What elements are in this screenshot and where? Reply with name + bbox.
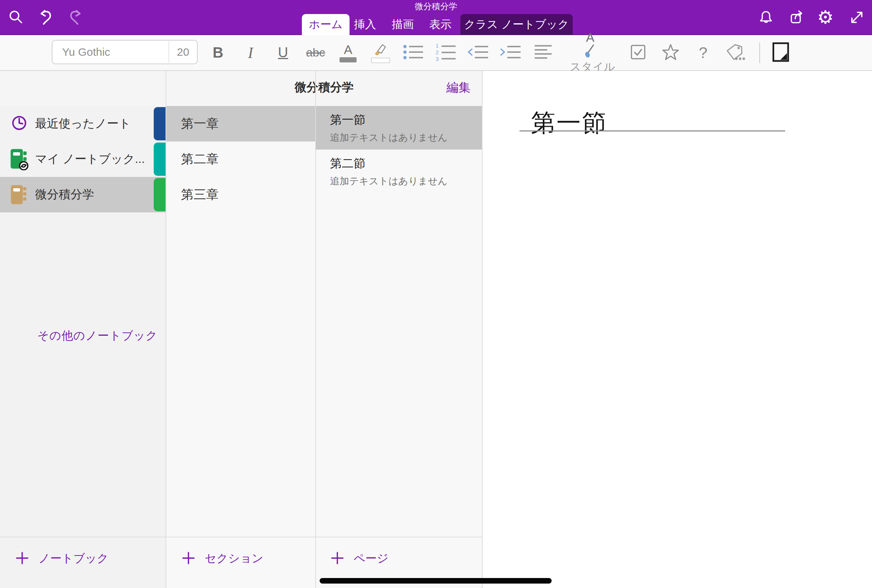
page-view-button[interactable]	[770, 39, 791, 66]
divider-sections-pages	[315, 71, 316, 588]
tab-home[interactable]: ホーム	[302, 14, 350, 35]
tab-class-notebook[interactable]: クラス ノートブック	[461, 14, 573, 35]
notebook-color-tab-blue	[154, 107, 166, 140]
indent-icon	[500, 44, 521, 62]
section-item-chapter-2[interactable]: 第二章	[166, 141, 315, 177]
format-buttons: B I U abc A 123	[208, 35, 803, 70]
todo-tag-button[interactable]	[628, 39, 648, 66]
add-page-label: ページ	[354, 551, 388, 566]
svg-text:2: 2	[436, 49, 438, 56]
clock-icon	[10, 113, 29, 134]
sidebar-item-my-notebook[interactable]: マイ ノートブック...	[0, 141, 166, 177]
italic-icon: I	[248, 44, 253, 62]
share-button[interactable]	[788, 8, 807, 27]
tag-ellipsis-icon	[726, 43, 745, 62]
page-item-section-1[interactable]: 第一節 追加テキストはありません	[316, 106, 482, 150]
font-color-icon: A	[344, 43, 353, 56]
section-item-chapter-1[interactable]: 第一章	[166, 106, 315, 141]
add-section-label: セクション	[205, 551, 263, 566]
divider-sidebar-sections	[165, 71, 166, 588]
outdent-button[interactable]	[468, 39, 488, 66]
sidebar-item-label: マイ ノートブック...	[35, 151, 145, 167]
page-corner-icon	[772, 42, 789, 63]
checkbox-icon	[630, 44, 646, 61]
add-notebook-label: ノートブック	[38, 551, 109, 566]
underline-button[interactable]: U	[273, 39, 293, 66]
font-size-value[interactable]: 20	[168, 41, 197, 63]
note-canvas[interactable]: 第一節	[483, 71, 872, 588]
important-tag-button[interactable]	[660, 39, 681, 66]
sidebar-item-label: 微分積分学	[35, 186, 94, 203]
notebooks-sidebar: 最近使ったノート マイ ノートブック... 微分積分学 その他のノートブック	[0, 106, 166, 588]
highlighter-icon	[372, 42, 389, 57]
section-label: 第一章	[166, 115, 219, 132]
tab-class-notebook-label: クラス ノートブック	[464, 17, 569, 32]
expand-icon	[848, 9, 865, 26]
add-page-button[interactable]: ページ	[329, 550, 390, 567]
sidebar-item-label: 最近使ったノート	[35, 116, 131, 132]
numbered-list-button[interactable]: 123	[435, 39, 456, 66]
title-underline	[519, 130, 785, 132]
tab-draw-label: 描画	[392, 17, 414, 32]
alignment-button[interactable]	[533, 39, 554, 66]
expand-button[interactable]	[848, 8, 866, 27]
home-indicator-bar[interactable]	[320, 578, 552, 584]
font-color-swatch	[339, 57, 357, 62]
notifications-button[interactable]	[757, 8, 775, 27]
font-color-button[interactable]: A	[338, 39, 359, 66]
sidebar-item-recent-notes[interactable]: 最近使ったノート	[0, 106, 166, 141]
alignment-icon	[534, 44, 552, 61]
document-title: 微分積分学	[0, 1, 872, 12]
top-app-bar: 微分積分学 ホーム 挿入 描画 表示 クラス ノートブック	[0, 0, 872, 35]
sidebar-item-calculus-notebook[interactable]: 微分積分学	[0, 177, 166, 212]
section-label: 第二章	[166, 151, 219, 168]
font-name-value[interactable]: Yu Gothic	[53, 46, 168, 58]
strikethrough-icon: abc	[306, 46, 325, 60]
indent-button[interactable]	[500, 39, 521, 66]
page-subtitle: 追加テキストはありません	[330, 131, 447, 144]
bottom-divider	[0, 537, 482, 537]
add-section-button[interactable]: セクション	[180, 550, 266, 567]
tab-view[interactable]: 表示	[423, 14, 458, 35]
styles-button[interactable]: A スタイル	[565, 39, 615, 66]
styles-icon: A	[586, 31, 594, 44]
notebook-color-tab-green	[154, 178, 166, 211]
strikethrough-button[interactable]: abc	[305, 39, 326, 66]
italic-button[interactable]: I	[240, 39, 261, 66]
tab-insert[interactable]: 挿入	[347, 14, 383, 35]
bullet-list-button[interactable]	[403, 39, 423, 66]
question-tag-button[interactable]: ?	[693, 39, 713, 66]
page-title: 第二節	[330, 156, 365, 172]
share-icon	[789, 9, 806, 26]
bold-button[interactable]: B	[208, 39, 228, 66]
bold-icon: B	[213, 44, 224, 61]
more-tags-button[interactable]	[725, 39, 746, 66]
settings-button[interactable]: ⚙	[816, 8, 834, 27]
add-notebook-button[interactable]: ノートブック	[13, 550, 111, 567]
section-item-chapter-3[interactable]: 第三章	[166, 177, 315, 212]
outdent-icon	[467, 44, 489, 62]
underline-icon: U	[278, 45, 288, 61]
question-icon: ?	[699, 44, 707, 62]
tab-insert-label: 挿入	[354, 17, 376, 32]
font-picker[interactable]: Yu Gothic 20	[52, 40, 198, 64]
note-page-title[interactable]: 第一節	[531, 106, 608, 140]
bullet-list-icon	[402, 44, 424, 62]
page-subtitle: 追加テキストはありません	[330, 175, 447, 188]
bell-icon	[758, 9, 774, 26]
page-item-section-2[interactable]: 第二節 追加テキストはありません	[316, 150, 482, 193]
star-icon	[662, 44, 680, 62]
notebook-icon	[10, 184, 29, 207]
edit-button[interactable]: 編集	[429, 79, 473, 96]
highlight-swatch	[371, 58, 390, 63]
highlight-button[interactable]	[370, 39, 391, 66]
svg-text:1: 1	[436, 43, 438, 49]
formatting-toolbar: Yu Gothic 20 B I U abc A 123	[0, 35, 872, 71]
tab-draw[interactable]: 描画	[385, 14, 420, 35]
section-label: 第三章	[166, 186, 219, 203]
more-notebooks-link[interactable]: その他のノートブック	[35, 328, 160, 344]
page-title: 第一節	[330, 112, 365, 128]
plus-icon	[182, 551, 195, 566]
svg-text:3: 3	[436, 56, 438, 61]
plus-icon	[15, 551, 29, 566]
